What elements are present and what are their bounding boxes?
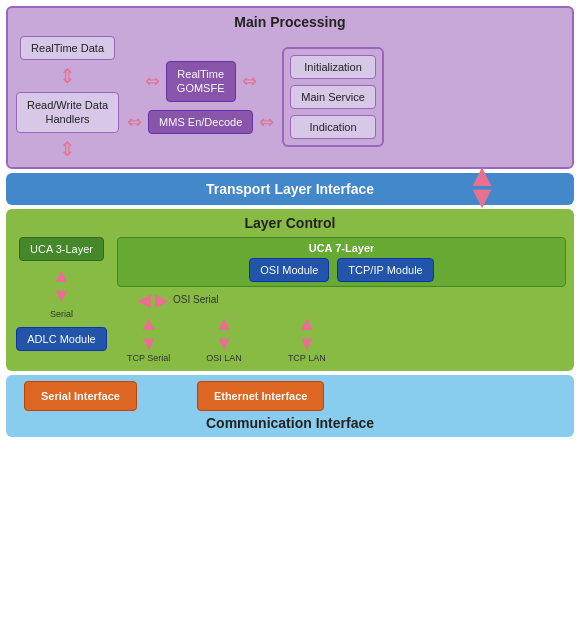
tcp-serial-label: TCP Serial [127,353,170,363]
tcpip-module-box: TCP/IP Module [337,258,433,282]
tcp-lan-label: TCP LAN [288,353,326,363]
tcp-serial-arrow-down: ▼ [139,333,159,353]
serial-interface-box: Serial Interface [24,381,137,411]
osi-serial-arrow-left: ◀ [137,291,151,309]
initialization-box: Initialization [290,55,376,79]
lower-arrows-row: ▲ ▼ TCP Serial ▲ ▼ OSI LAN ▲ ▼ TCP LAN [117,313,566,363]
osi-serial-label: OSI Serial [173,294,219,305]
arrow-h1: ⇔ [145,70,160,92]
read-write-box: Read/Write DataHandlers [16,92,119,133]
uca7-title: UCA 7-Layer [124,242,559,254]
serial-arrow-up: ▲ [52,265,72,285]
layer-control-section: Layer Control UCA 3-Layer ▲ ▼ Serial ADL… [6,209,574,371]
osi-lan-label: OSI LAN [206,353,242,363]
main-processing-title: Main Processing [16,14,564,30]
arrow-h2: ⇔ [242,70,257,92]
arrow-v1: ⇕ [59,66,76,86]
osi-serial-arrow-right: ▶ [155,291,169,309]
uca7-container: UCA 7-Layer OSI Module TCP/IP Module [117,237,566,287]
arrow-h4: ⇔ [259,111,274,133]
tcp-lan-arrow-up: ▲ [297,313,317,333]
serial-label: Serial [50,309,73,319]
mms-endecode-box: MMS En/Decode [148,110,253,134]
realtime-data-box: RealTime Data [20,36,115,60]
layer-control-title: Layer Control [14,215,566,231]
realtime-gomsfe-box: RealTimeGOMSFE [166,61,236,102]
osi-lan-arrow-up: ▲ [214,313,234,333]
transport-arrow-down: ▼ [466,181,498,213]
comm-boxes: Serial Interface Ethernet Interface [14,381,566,411]
arrow-h3: ⇔ [127,111,142,133]
main-service-box: Main Service [290,85,376,109]
communication-interface-section: Serial Interface Ethernet Interface Comm… [6,375,574,437]
osi-lan-arrow-down: ▼ [214,333,234,353]
transport-layer-section: Transport Layer Interface ▲ ▼ [6,173,574,205]
main-processing-section: Main Processing RealTime Data ⇕ Read/Wri… [6,6,574,169]
osi-module-box: OSI Module [249,258,329,282]
indication-box: Indication [290,115,376,139]
osi-serial-row: ◀ ▶ OSI Serial [117,291,566,309]
main-diagram: Main Processing RealTime Data ⇕ Read/Wri… [0,0,580,628]
uca3-box: UCA 3-Layer [19,237,104,261]
uca7-modules: OSI Module TCP/IP Module [124,258,559,282]
tcp-serial-arrow-up: ▲ [139,313,159,333]
tcp-lan-arrow-down: ▼ [297,333,317,353]
serial-arrow-down: ▼ [52,285,72,305]
mp-right-group: Initialization Main Service Indication [282,47,384,147]
arrow-v2: ⇕ [59,139,76,159]
comm-interface-title: Communication Interface [14,415,566,431]
transport-layer-title: Transport Layer Interface [206,181,374,197]
ethernet-interface-box: Ethernet Interface [197,381,325,411]
adlc-module-box: ADLC Module [16,327,106,351]
